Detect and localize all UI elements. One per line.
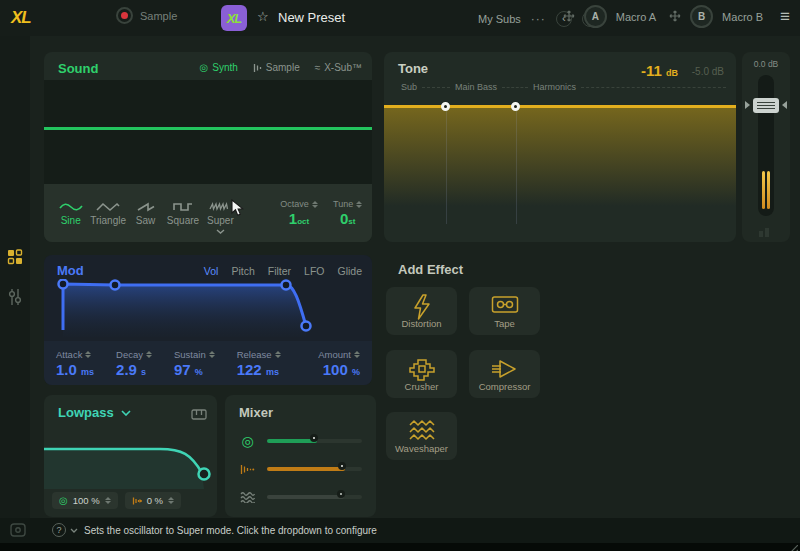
help-toggle[interactable]: ?: [52, 523, 78, 537]
osc-square-button[interactable]: Square: [164, 201, 201, 226]
macro-b-knob[interactable]: B: [690, 5, 713, 28]
decay-stepper-icon: [146, 351, 152, 358]
meter-bar-left: [762, 171, 765, 209]
sample-record-button[interactable]: Sample: [116, 7, 177, 24]
band-sub-label: Sub: [396, 82, 422, 92]
decay-control[interactable]: Decay 2.9 s: [116, 349, 152, 378]
filter-type-dropdown[interactable]: Lowpass: [58, 405, 131, 420]
sublab-xl-window: XL Sample XL ☆ New Preset My Subs ··· ‹ …: [0, 0, 800, 551]
cutoff-stepper-icon: [105, 497, 111, 504]
macro-b-label: Macro B: [722, 11, 763, 23]
attack-stepper-icon: [85, 351, 91, 358]
tone-gain-value[interactable]: -11 dB: [641, 62, 678, 79]
eq-node-sub-mainbass[interactable]: [441, 102, 450, 111]
tab-synth[interactable]: ◎ Synth: [199, 62, 237, 73]
bank-menu-icon[interactable]: ···: [531, 12, 546, 26]
sample-channel-icon: [239, 463, 256, 476]
release-stepper-icon: [275, 351, 281, 358]
mixer-sliders-icon[interactable]: [7, 288, 23, 310]
octave-stepper-icon[interactable]: [312, 201, 318, 208]
xsub-level-slider[interactable]: [267, 495, 362, 499]
keytrack-icon[interactable]: [191, 406, 207, 424]
output-fader-handle[interactable]: [753, 98, 779, 113]
preset-badge[interactable]: XL: [221, 5, 247, 31]
tune-control[interactable]: Tune 0st: [323, 199, 372, 227]
effect-distortion-button[interactable]: Distortion: [386, 287, 457, 335]
help-chevron-icon: [70, 528, 78, 533]
octave-value[interactable]: 1: [289, 210, 297, 227]
output-meter-panel: 0.0 dB: [742, 52, 790, 242]
top-bar: XL Sample XL ☆ New Preset My Subs ··· ‹ …: [0, 0, 800, 36]
envelope-curve[interactable]: [44, 279, 372, 341]
window-bottom-edge: [0, 543, 800, 551]
effect-tape-button[interactable]: Tape: [469, 287, 540, 335]
macro-a-drag-icon[interactable]: [563, 8, 575, 26]
effect-waveshaper-button[interactable]: Waveshaper: [386, 412, 457, 460]
band-harmonics-label: Harmonics: [528, 82, 581, 92]
mod-tabs: Vol Pitch Filter LFO Glide: [204, 265, 362, 277]
meter-bar-right: [767, 171, 770, 209]
tune-value[interactable]: 0: [340, 210, 348, 227]
env-release-node: [302, 322, 311, 331]
macro-b-drag-icon[interactable]: [669, 8, 681, 26]
env-attack-node: [59, 280, 68, 289]
amount-control[interactable]: Amount 100 %: [318, 349, 360, 378]
tab-pitch[interactable]: Pitch: [231, 265, 254, 277]
synth-icon: ◎: [199, 62, 208, 73]
tab-xsub[interactable]: ≈ X-Sub™: [315, 62, 362, 73]
sustain-control[interactable]: Sustain 97 %: [174, 349, 215, 378]
lightning-icon: [410, 294, 434, 320]
output-fader-track[interactable]: [758, 75, 774, 216]
tune-label: Tune: [333, 199, 353, 209]
octave-control[interactable]: Octave 1oct: [275, 199, 324, 227]
effect-compressor-button[interactable]: Compressor: [469, 350, 540, 398]
tone-title: Tone: [398, 61, 428, 76]
filter-curve[interactable]: [44, 423, 217, 489]
pads-grid-icon[interactable]: [7, 249, 23, 269]
osc-sine-button[interactable]: Sine: [52, 201, 89, 226]
favorite-star-icon[interactable]: ☆: [257, 9, 269, 24]
macro-a-label: Macro A: [616, 11, 656, 23]
tab-vol[interactable]: Vol: [204, 265, 219, 277]
super-wave-icon: [208, 201, 232, 213]
resize-grip[interactable]: [784, 541, 798, 551]
preset-name[interactable]: New Preset: [278, 10, 345, 25]
octave-label: Octave: [280, 199, 309, 209]
sound-panel: Sound ◎ Synth Sample ≈ X-Sub™: [44, 52, 372, 242]
mouse-cursor: [231, 199, 245, 221]
sample-level-slider[interactable]: [267, 467, 362, 471]
macro-section: A Macro A B Macro B ≡: [563, 5, 790, 28]
help-icon: ?: [52, 523, 66, 537]
eq-curve-line[interactable]: [384, 105, 736, 108]
band-mainbass-label: Main Bass: [450, 82, 502, 92]
fader-arrow-left-icon: [745, 101, 750, 109]
osc-saw-button[interactable]: Saw: [127, 201, 164, 226]
app-logo: XL: [11, 8, 31, 28]
sound-source-tabs: ◎ Synth Sample ≈ X-Sub™: [199, 62, 362, 73]
tab-sample[interactable]: Sample: [253, 62, 300, 73]
filter-panel: Lowpass ◎ 100 % 0 %: [44, 395, 217, 517]
filter-drive-box[interactable]: 0 %: [125, 492, 181, 509]
synth-level-slider[interactable]: [267, 439, 362, 443]
filter-cutoff-box[interactable]: ◎ 100 %: [52, 492, 118, 509]
left-sidebar: [0, 36, 30, 518]
eq-node-mainbass-harmonics[interactable]: [511, 102, 520, 111]
macro-a-knob[interactable]: A: [584, 5, 607, 28]
oscilloscope-display: [44, 80, 372, 184]
main-menu-icon[interactable]: ≡: [780, 7, 790, 27]
super-dropdown-icon[interactable]: [216, 220, 225, 238]
tone-band-labels: Sub Main Bass Harmonics: [396, 82, 726, 92]
osc-triangle-button[interactable]: Triangle: [89, 201, 126, 226]
sine-wave-icon: [59, 201, 83, 213]
tab-filter[interactable]: Filter: [268, 265, 291, 277]
tune-stepper-icon[interactable]: [356, 201, 362, 208]
effect-crusher-button[interactable]: Crusher: [386, 350, 457, 398]
mixer-channel-xsub: [239, 489, 362, 505]
bank-label[interactable]: My Subs: [478, 13, 521, 25]
attack-control[interactable]: Attack 1.0 ms: [56, 349, 94, 378]
tab-glide[interactable]: Glide: [337, 265, 362, 277]
release-control[interactable]: Release 122 ms: [237, 349, 281, 378]
tab-lfo[interactable]: LFO: [304, 265, 324, 277]
drive-stepper-icon: [168, 497, 174, 504]
drive-icon: [132, 496, 142, 506]
